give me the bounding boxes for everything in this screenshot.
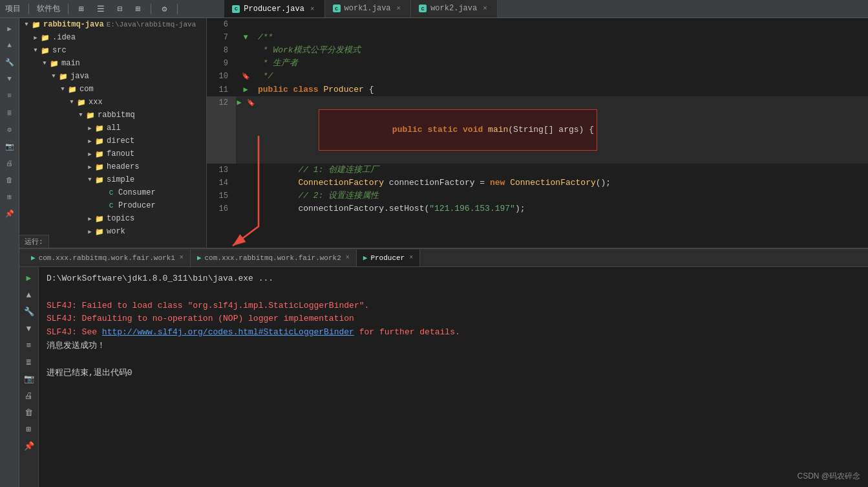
toolbar-icon-split-h[interactable]: ⊟ xyxy=(115,3,125,16)
tree-root-path: E:\Java\rabbitmq-java xyxy=(107,21,196,28)
tree-headers[interactable]: ▶ 📁 headers xyxy=(19,160,206,173)
left-icon-lines2[interactable]: ≣ xyxy=(2,105,17,120)
line-content-8: * Work模式公平分发模式 xyxy=(255,44,868,57)
tree-rabbitmq[interactable]: ▼ 📁 rabbitmq xyxy=(19,109,206,122)
console-output[interactable]: D:\WorkSoftware\jdk1.8.0_311\bin\java.ex… xyxy=(39,267,868,487)
tree-com[interactable]: ▼ 📁 com xyxy=(19,83,206,96)
tree-topics-icon: 📁 xyxy=(94,213,105,224)
tree-java-arrow: ▼ xyxy=(49,72,58,81)
toolbar-icon-list[interactable]: ☰ xyxy=(94,3,107,16)
tree-simple-arrow: ▼ xyxy=(85,175,94,184)
console-exit-text: 进程已结束,退出代码0 xyxy=(47,368,132,378)
tree-direct-arrow: ▶ xyxy=(85,136,94,146)
console-link-after: for further details. xyxy=(354,327,460,337)
run-tab-work2-close[interactable]: × xyxy=(346,254,350,261)
run-tab-work2[interactable]: ▶ com.xxx.rabbitmq.work.fair.work2 × xyxy=(191,250,357,266)
toolbar-icon-grid[interactable]: ⊞ xyxy=(76,3,87,16)
tree-consumer-icon: C xyxy=(106,188,116,198)
console-link-url[interactable]: http://www.slf4j.org/codes.html#StaticLo… xyxy=(102,327,354,337)
tree-direct-icon: 📁 xyxy=(94,136,105,146)
tree-direct[interactable]: ▶ 📁 direct xyxy=(19,135,206,147)
run-ctrl-pin[interactable]: 📌 xyxy=(22,439,36,453)
console-error-1: SLF4J: Failed to load class "org.slf4j.i… xyxy=(47,299,860,313)
run-ctrl-wrench[interactable]: 🔧 xyxy=(22,305,36,319)
left-icon-camera[interactable]: 📷 xyxy=(2,138,17,154)
console-exit-line: 进程已结束,退出代码0 xyxy=(47,367,860,380)
tree-main[interactable]: ▼ 📁 main xyxy=(19,57,206,70)
bookmark-10[interactable]: 🔖 xyxy=(242,73,249,80)
tab-work1[interactable]: C work1.java × xyxy=(325,0,412,17)
run-ctrl-lines2[interactable]: ≣ xyxy=(22,355,36,369)
toolbar-icon-split-v[interactable]: ⊞ xyxy=(133,3,143,16)
tree-consumer[interactable]: ▶ C Consumer xyxy=(19,186,206,199)
left-icon-grid[interactable]: ⊞ xyxy=(2,189,17,204)
tab-producer-close[interactable]: × xyxy=(308,5,317,14)
tab-java-icon-work1: C xyxy=(333,5,341,12)
run-ctrl-up[interactable]: ▲ xyxy=(22,288,36,302)
left-icon-pin[interactable]: 📌 xyxy=(2,206,17,221)
bookmark-12[interactable]: 🔖 xyxy=(247,100,255,107)
tree-xxx[interactable]: ▼ 📁 xxx xyxy=(19,96,206,109)
tree-idea-icon: 📁 xyxy=(40,32,50,43)
line-num-11: 11 xyxy=(207,83,236,96)
tab-work2-close[interactable]: × xyxy=(481,4,489,13)
toolbar-software[interactable]: 软件包 xyxy=(37,3,60,14)
left-icon-gear[interactable]: ⚙ xyxy=(2,122,17,137)
run-button-12[interactable]: ▶ xyxy=(237,98,241,107)
line-content-10: */ xyxy=(255,70,868,83)
tree-headers-arrow: ▶ xyxy=(85,162,94,171)
run-ctrl-print[interactable]: 🖨 xyxy=(22,389,36,403)
tree-simple-icon: 📁 xyxy=(94,175,105,185)
line-content-16: connectionFactory.setHost("121.196.153.1… xyxy=(255,202,868,215)
run-ctrl-lines[interactable]: ≡ xyxy=(22,338,36,352)
code-line-6: 6 xyxy=(207,18,868,31)
console-link-line: SLF4J: See http://www.slf4j.org/codes.ht… xyxy=(47,326,860,340)
tree-java-icon: 📁 xyxy=(58,71,69,81)
run-tab-producer-close[interactable]: × xyxy=(409,254,413,261)
run-tab-producer[interactable]: ▶ Producer × xyxy=(357,250,420,266)
left-icon-down[interactable]: ▼ xyxy=(2,71,17,87)
tree-src-arrow: ▼ xyxy=(31,46,40,55)
tree-src[interactable]: ▼ 📁 src xyxy=(19,44,206,57)
left-icon-lines[interactable]: ≡ xyxy=(2,88,17,103)
line-num-10: 10 xyxy=(207,70,236,83)
tree-xxx-label: xxx xyxy=(89,98,103,107)
tree-work-arrow: ▶ xyxy=(85,227,94,236)
left-icon-trash[interactable]: 🗑 xyxy=(2,172,17,188)
tree-root[interactable]: ▼ 📁 rabbitmq-java E:\Java\rabbitmq-java xyxy=(19,18,206,31)
tree-producer-icon: C xyxy=(106,200,116,211)
tree-rabbitmq-arrow: ▼ xyxy=(76,111,85,120)
run-button-7[interactable]: ▼ xyxy=(243,33,248,42)
run-tab-work1-close[interactable]: × xyxy=(180,254,184,261)
toolbar-project[interactable]: 项目 xyxy=(5,3,21,14)
tree-fanout[interactable]: ▶ 📁 fanout xyxy=(19,147,206,160)
tree-src-label: src xyxy=(52,46,67,55)
tree-idea[interactable]: ▶ 📁 .idea xyxy=(19,31,206,44)
run-ctrl-grid[interactable]: ⊞ xyxy=(22,422,36,437)
run-ctrl-play[interactable]: ▶ xyxy=(22,271,36,285)
tree-xxx-icon: 📁 xyxy=(76,97,87,107)
code-line-11: 11 ▶ public class Producer { xyxy=(207,83,868,96)
left-icon-up[interactable]: ▲ xyxy=(2,38,17,53)
tree-producer[interactable]: ▶ C Producer xyxy=(19,199,206,212)
left-icon-wrench[interactable]: 🔧 xyxy=(2,54,17,70)
tree-fanout-label: fanout xyxy=(107,149,134,158)
left-icon-run[interactable]: ▶ xyxy=(2,21,17,36)
run-tab-work1[interactable]: ▶ com.xxx.rabbitmq.work.fair.work1 × xyxy=(25,250,191,266)
tree-all[interactable]: ▶ 📁 all xyxy=(19,122,206,135)
run-ctrl-trash[interactable]: 🗑 xyxy=(22,406,36,420)
left-icon-print[interactable]: 🖨 xyxy=(2,155,17,171)
top-toolbar: 项目 软件包 ⊞ ☰ ⊟ ⊞ ⚙ C Producer.java × C wor… xyxy=(0,0,868,18)
tab-work2[interactable]: C work2.java × xyxy=(411,0,498,17)
code-line-8: 8 * Work模式公平分发模式 xyxy=(207,44,868,57)
tree-headers-label: headers xyxy=(107,162,139,171)
tree-simple[interactable]: ▼ 📁 simple xyxy=(19,173,206,186)
tree-java[interactable]: ▼ 📁 java xyxy=(19,70,206,83)
run-ctrl-camera[interactable]: 📷 xyxy=(22,372,36,386)
run-ctrl-down[interactable]: ▼ xyxy=(22,321,36,336)
toolbar-icon-settings[interactable]: ⚙ xyxy=(159,3,169,16)
tab-work1-close[interactable]: × xyxy=(395,4,403,13)
run-button-11[interactable]: ▶ xyxy=(243,85,248,94)
tab-producer[interactable]: C Producer.java × xyxy=(224,0,324,17)
tree-topics[interactable]: ▶ 📁 topics xyxy=(19,212,206,225)
